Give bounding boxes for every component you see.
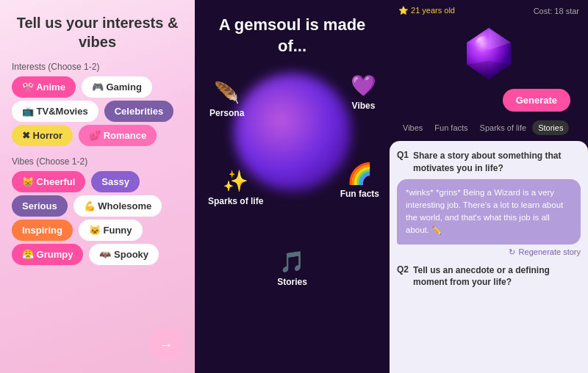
chip-cheerful[interactable]: 😸 Cheerful (12, 171, 85, 192)
chat-area: Q1 Share a story about something that mo… (390, 141, 588, 373)
q1-question: Share a story about something that motiv… (413, 150, 581, 175)
next-button[interactable]: → (149, 327, 183, 361)
vibes-section: Vibes (Choose 1-2) 😸 Cheerful Sassy Seri… (12, 156, 183, 268)
tab-funfacts[interactable]: Fun facts (429, 120, 473, 135)
q2-question: Tell us an anecdote or a defining moment… (413, 264, 581, 289)
panel3-top-bar: ⭐ 21 years old Cost: 18 star (390, 0, 588, 18)
tab-vibes[interactable]: Vibes (397, 120, 429, 135)
regen-icon: ↻ (509, 247, 515, 257)
sparks-icon: ✨ (223, 169, 248, 193)
q1-answer: *winks* *grins* Being a Wizard is a very… (397, 179, 581, 245)
q1-label: Q1 (397, 150, 409, 160)
chip-wholesome[interactable]: 💪 Wholesome (74, 195, 162, 217)
chip-grumpy[interactable]: 😤 Grumpy (12, 244, 83, 265)
chip-horror[interactable]: ✖ Horror (12, 125, 73, 146)
chip-sassy[interactable]: Sassy (91, 171, 140, 192)
vibes-chips-row2: Serious 💪 Wholesome (12, 195, 183, 217)
tab-sparks[interactable]: Sparks of life (474, 120, 533, 135)
qa-item-2: Q2 Tell us an anecdote or a defining mom… (397, 264, 581, 295)
vibes-chips-row1: 😸 Cheerful Sassy (12, 171, 183, 192)
next-arrow-icon: → (159, 336, 173, 353)
interests-chips-row2: 📺 TV&Movies Celebrities (12, 101, 183, 122)
funfacts-label: Fun facts (340, 189, 379, 199)
chip-inspiring[interactable]: Inspiring (12, 220, 73, 241)
interests-label: Interests (Choose 1-2) (12, 62, 183, 72)
feature-stories: 🎵 Stories (277, 250, 307, 287)
persona-label: Persona (209, 108, 244, 118)
panel1-title: Tell us your interests & vibes (12, 13, 183, 51)
interests-section: Interests (Choose 1-2) 🎌 Anime 🎮 Gaming … (12, 62, 183, 149)
chip-funny[interactable]: 🐱 Funny (79, 220, 143, 241)
funfacts-icon: 🌈 (347, 162, 373, 186)
stories-icon: 🎵 (279, 250, 305, 274)
regen-row: ↻ Regenerate story (397, 247, 581, 257)
vibes-label: Vibes (Choose 1-2) (12, 156, 183, 167)
vibes-chips-row4: 😤 Grumpy 🦇 Spooky (12, 244, 183, 265)
gem-3d-image (459, 24, 518, 83)
gem-3d-container (390, 18, 588, 89)
chip-gaming[interactable]: 🎮 Gaming (82, 76, 152, 98)
tab-stories[interactable]: Stories (532, 120, 569, 135)
interests-chips-row3: ✖ Horror 💕 Romance (12, 125, 183, 146)
regen-button[interactable]: Regenerate story (519, 247, 581, 256)
q1-answer-text: *winks* *grins* Being a Wizard is a very… (406, 188, 563, 235)
persona-icon: 🪶 (214, 81, 240, 105)
cost-label: Cost: 18 star (534, 7, 579, 15)
chip-serious[interactable]: Serious (12, 195, 68, 217)
feature-persona: 🪶 Persona (209, 81, 244, 118)
interests-vibes-panel: Tell us your interests & vibes Interests… (0, 0, 195, 373)
chip-tvmovies[interactable]: 📺 TV&Movies (12, 101, 98, 122)
generate-button[interactable]: Generate (503, 89, 570, 112)
chip-romance[interactable]: 💕 Romance (79, 125, 157, 146)
chip-spooky[interactable]: 🦇 Spooky (89, 244, 159, 265)
qa-item-1: Q1 Share a story about something that mo… (397, 150, 581, 257)
sparks-label: Sparks of life (208, 196, 263, 206)
user-age-label: ⭐ 21 years old (398, 6, 455, 15)
feature-vibes: 💜 Vibes (351, 73, 376, 111)
chip-anime[interactable]: 🎌 Anime (12, 76, 76, 98)
interests-chips: 🎌 Anime 🎮 Gaming (12, 76, 183, 98)
panel2-title: A gemsoul is made of... (207, 15, 378, 57)
chip-celebrities[interactable]: Celebrities (104, 101, 173, 122)
edit-icon[interactable]: ✏️ (431, 225, 442, 234)
gemsoul-made-of-panel: A gemsoul is made of... 🪶 Persona 💜 Vibe… (195, 0, 390, 373)
tabs-row: Vibes Fun facts Sparks of life Stories (390, 120, 588, 135)
feature-sparks: ✨ Sparks of life (208, 169, 263, 206)
feature-funfacts: 🌈 Fun facts (340, 162, 379, 199)
vibes-label-p2: Vibes (352, 101, 376, 111)
vibes-chips-row3: Inspiring 🐱 Funny (12, 220, 183, 241)
q2-label: Q2 (397, 264, 409, 275)
stories-label: Stories (277, 277, 307, 287)
gemsoul-detail-panel: ⭐ 21 years old Cost: 18 star (390, 0, 588, 373)
vibes-icon: 💜 (351, 73, 376, 98)
